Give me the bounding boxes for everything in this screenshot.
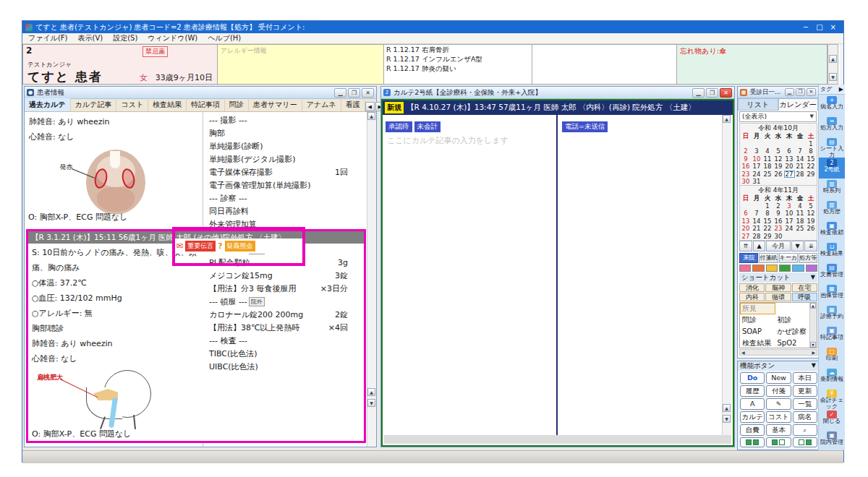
restore-button[interactable]: ❐ xyxy=(706,88,718,98)
calendar-date[interactable]: 5 xyxy=(806,202,817,210)
calendar-date[interactable]: 9 xyxy=(741,155,752,163)
function-button-本日[interactable]: 本日 xyxy=(793,372,817,384)
toolbar-item-診療予約[interactable]: ▦診療予約 xyxy=(819,304,845,325)
calendar-date[interactable]: 16 xyxy=(773,218,784,225)
display-toggle-button[interactable] xyxy=(740,437,765,447)
color-swatch[interactable] xyxy=(792,265,804,272)
filter-処方等[interactable]: 処方等 xyxy=(799,253,817,263)
minimize-button[interactable]: ▁ xyxy=(785,88,794,96)
shortcut-header[interactable]: ショートカット▼ xyxy=(739,272,817,283)
calendar-date[interactable]: 15 xyxy=(806,155,817,163)
calendar-date[interactable]: 23 xyxy=(741,171,752,179)
minimize-button[interactable]: ▁ xyxy=(334,88,346,98)
visit-titlebar[interactable]: ▦ 受診日一... ▁ ❐ ✕ xyxy=(738,87,818,98)
calendar-date[interactable]: 29 xyxy=(762,233,773,241)
color-swatch[interactable] xyxy=(779,265,791,272)
display-filter-select[interactable]: (全表示)▼ xyxy=(739,111,817,122)
toolbar-item-検査結果[interactable]: ⊔検査結果 xyxy=(819,241,845,262)
filter-来院[interactable]: 来院 xyxy=(739,253,758,263)
calendar-date[interactable]: 10 xyxy=(752,155,762,163)
calendar-date[interactable]: 8 xyxy=(762,210,773,218)
tab-特記事項[interactable]: 特記事項 xyxy=(187,98,225,111)
function-panel-header[interactable]: 機能ボタン▼ xyxy=(738,361,818,371)
function-button-更新[interactable]: 更新 xyxy=(793,385,817,397)
patient-info-scrollbar[interactable]: ▲ ▲ ▼ xyxy=(367,112,376,447)
calendar-date[interactable]: 22 xyxy=(762,225,773,233)
tab-過去カルテ[interactable]: 過去カルテ xyxy=(25,98,71,111)
calendar-date[interactable]: 18 xyxy=(795,218,806,225)
calendar-date[interactable]: 26 xyxy=(806,225,817,233)
karte-entry-placeholder[interactable]: ここにカルテ記事の入力をします xyxy=(387,135,509,146)
search-icon[interactable]: ⌕ xyxy=(793,424,817,436)
calendar-date[interactable]: 14 xyxy=(752,218,762,225)
toolbar-item-処方入力[interactable]: ≡処方入力 xyxy=(819,116,845,137)
patient-info-titlebar[interactable]: ● 患者情報 ▁ ❐ ✕ xyxy=(25,87,376,99)
diagnosis-list[interactable]: R 1.12.17 右肩骨折R 1.12.17 インフルエンザA型R 1.12.… xyxy=(384,44,532,85)
calendar-date[interactable]: 4 xyxy=(762,147,773,155)
scroll-down-icon[interactable]: ▼ xyxy=(723,415,731,423)
scroll-up-icon[interactable]: ▲ xyxy=(367,388,375,396)
scroll-right-icon[interactable]: ▶ xyxy=(810,350,817,355)
calendar-date[interactable]: 7 xyxy=(752,210,762,218)
color-swatch[interactable] xyxy=(739,265,751,272)
tab-アナムネ[interactable]: アナムネ xyxy=(302,98,341,111)
shortcut-在宅[interactable]: 在宅 xyxy=(792,283,817,292)
function-button-A[interactable]: A xyxy=(740,398,765,410)
calendar-date[interactable]: 19 xyxy=(806,218,817,225)
shortcut-list-item[interactable]: 検査結果 xyxy=(740,338,775,348)
tab-コスト[interactable]: コスト xyxy=(116,98,148,111)
restore-button[interactable]: ❐ xyxy=(348,88,360,98)
shortcut-内科[interactable]: 内科 xyxy=(739,293,765,301)
toolbar-item-院内管理[interactable]: ▣院内管理 xyxy=(819,430,845,451)
calendar-date[interactable]: 24 xyxy=(752,171,762,179)
close-icon[interactable]: ✕ xyxy=(362,88,374,98)
karte-scrollbar[interactable]: ▲ ▲ ▼ xyxy=(722,115,731,435)
menu-item[interactable]: ファイル(F) xyxy=(28,33,68,43)
calendar-date[interactable]: 5 xyxy=(773,147,784,155)
minimize-button[interactable]: − xyxy=(803,23,809,31)
close-icon[interactable]: ✕ xyxy=(807,88,816,96)
calendar-date[interactable]: 28 xyxy=(752,233,762,241)
function-button-履歴[interactable]: 履歴 xyxy=(740,385,765,397)
restore-button[interactable]: ❐ xyxy=(796,88,805,96)
scroll-down-icon[interactable]: ▼ xyxy=(810,342,816,348)
display-toggle-button[interactable] xyxy=(793,437,817,447)
toolbar-item-処方歴[interactable]: ▥処方歴 xyxy=(819,199,845,220)
karte-titlebar[interactable]: 2 カルテ2号紙【全診療科・全保険・外来+入院】 ▁ ❐ ✕ xyxy=(381,87,734,99)
calendar-date[interactable]: 1 xyxy=(762,202,773,210)
calendar-date[interactable]: 6 xyxy=(741,210,752,218)
calendar-date[interactable]: 3 xyxy=(784,202,795,210)
calendar-date[interactable]: 27 xyxy=(784,171,795,179)
calendar-date[interactable]: 25 xyxy=(762,171,773,179)
calendar-date[interactable]: 4 xyxy=(795,202,806,210)
scroll-up-icon[interactable]: ▲ xyxy=(367,112,375,120)
calendar-date[interactable]: 6 xyxy=(784,147,795,155)
menu-item[interactable]: ウィンドウ(W) xyxy=(148,33,197,43)
tab-リスト[interactable]: リスト xyxy=(738,98,778,111)
color-swatch[interactable] xyxy=(806,265,817,272)
calendar-date[interactable]: 13 xyxy=(741,218,752,225)
calendar-date[interactable]: 17 xyxy=(784,218,795,225)
calendar-date[interactable]: 22 xyxy=(806,163,817,171)
shortcut-循環[interactable]: 循環 xyxy=(765,293,791,301)
toolbar-item-会計チェック[interactable]: ¥会計チェック xyxy=(819,388,845,409)
scroll-up-icon[interactable]: ▲ xyxy=(810,303,816,309)
tab-患者サマリー[interactable]: 患者サマリー xyxy=(249,98,302,111)
toolbar-item-時系列[interactable]: ▥時系列 xyxy=(819,179,845,199)
karte-record-header[interactable]: 新規 【R 4.10.27 (木)】13:47 57歳11ヶ月 医師 太郎 〈内… xyxy=(383,100,733,115)
calendar-nav-button[interactable]: ⇊ xyxy=(804,241,817,252)
tab-カルテ記事[interactable]: カルテ記事 xyxy=(71,98,117,111)
calendar-date[interactable]: 12 xyxy=(773,155,784,163)
toolbar-item-シート入力[interactable]: ▤シート入力 xyxy=(819,137,845,158)
calendar-date[interactable]: 16 xyxy=(741,163,752,171)
toolbar-item-閉じる[interactable]: ✓閉じる xyxy=(819,409,845,430)
patient-summary-box[interactable]: 2 禁忌薬 テストカンジャ てすと 患者 女 33歳9ヶ月10日 xyxy=(22,44,218,85)
scroll-down-icon[interactable]: ▼ xyxy=(829,73,837,81)
toolbar-item-検査依頼[interactable]: ▣検査依頼 xyxy=(819,220,845,241)
menu-item[interactable]: 表示(V) xyxy=(78,33,103,43)
scroll-up-icon[interactable]: ▲ xyxy=(829,55,837,63)
tab-問診[interactable]: 問診 xyxy=(225,98,249,111)
calendar-date[interactable]: 20 xyxy=(784,163,795,171)
calendar-date[interactable]: 25 xyxy=(795,225,806,233)
toolbar-tab[interactable]: タグ ▶ xyxy=(819,85,845,95)
